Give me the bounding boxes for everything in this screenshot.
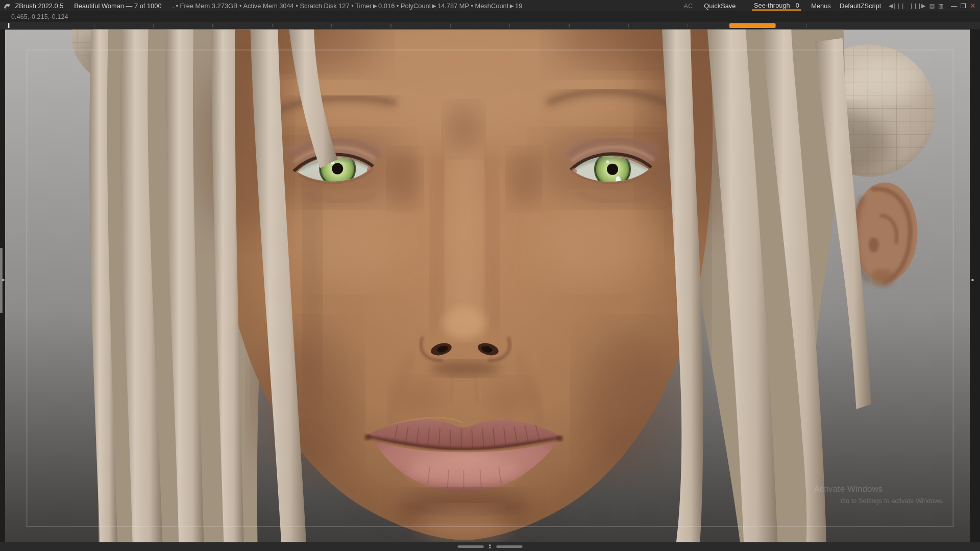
top-shelf bbox=[0, 22, 980, 30]
shelf-ticks bbox=[94, 24, 925, 28]
minimize-button[interactable]: — bbox=[949, 2, 959, 9]
coordinate-bar: 0.465,-0.215,-0.124 bbox=[0, 11, 980, 22]
close-button[interactable]: ✕ bbox=[968, 2, 977, 10]
quicksave-button[interactable]: QuickSave bbox=[704, 2, 736, 10]
dock-right-icon[interactable]: ❘❘❘▶ bbox=[909, 3, 925, 9]
panel-layout-icon[interactable]: ▤ bbox=[929, 3, 934, 9]
panel-layout-icon-2[interactable]: ▥ bbox=[939, 3, 943, 9]
memory-stats: . • Free Mem 3.273GB • Active Mem 3044 •… bbox=[172, 2, 522, 10]
panel-toggle-icons: ◀❘❘❘ ❘❘❘▶ ▤ ▥ bbox=[889, 3, 943, 9]
defaultzscript-button[interactable]: DefaultZScript bbox=[840, 2, 881, 10]
left-tray-arrow-icon[interactable]: ◂▸ bbox=[1, 278, 4, 283]
zbrush-logo-icon bbox=[3, 2, 11, 10]
shelf-cursor-tick bbox=[8, 23, 9, 28]
ac-button[interactable]: AC bbox=[683, 2, 693, 10]
scroll-arrows[interactable]: ▲ ▼ bbox=[488, 543, 492, 549]
menus-button[interactable]: Menus bbox=[811, 2, 831, 10]
scrollbar-left[interactable] bbox=[457, 545, 483, 548]
maximize-button[interactable]: ❐ bbox=[959, 2, 968, 9]
see-through-slider[interactable]: See-through 0 bbox=[752, 1, 801, 11]
canvas-scroll-controls: ▲ ▼ bbox=[457, 542, 522, 551]
watermark-line-1: Activate Windows bbox=[814, 484, 883, 494]
titlebar: ZBrush 2022.0.5 Beautiful Woman — 7 of 1… bbox=[0, 0, 980, 11]
dock-left-icon[interactable]: ◀❘❘❘ bbox=[889, 3, 904, 9]
see-through-label: See-through bbox=[754, 1, 790, 9]
right-tray-arrow-icon[interactable]: ◂▸ bbox=[971, 278, 974, 283]
scrollbar-right[interactable] bbox=[496, 545, 522, 548]
sculpt-canvas[interactable]: Activate Windows Go to Settings to activ… bbox=[5, 30, 970, 542]
canvas-viewport: Activate Windows Go to Settings to activ… bbox=[5, 30, 970, 542]
zbrush-window: ZBrush 2022.0.5 Beautiful Woman — 7 of 1… bbox=[0, 0, 980, 551]
scroll-down-icon[interactable]: ▼ bbox=[488, 546, 492, 549]
app-title: ZBrush 2022.0.5 bbox=[15, 2, 63, 10]
bottom-bar: ▲ ▼ bbox=[0, 542, 980, 551]
see-through-value: 0 bbox=[796, 1, 799, 9]
watermark-line-2: Go to Settings to activate Windows. bbox=[841, 497, 944, 505]
document-title: Beautiful Woman — 7 of 1000 bbox=[74, 2, 161, 10]
shelf-active-indicator[interactable] bbox=[729, 23, 776, 28]
titlebar-right-controls: AC QuickSave See-through 0 Menus Default… bbox=[683, 1, 980, 11]
coordinates-readout: 0.465,-0.215,-0.124 bbox=[11, 13, 68, 20]
